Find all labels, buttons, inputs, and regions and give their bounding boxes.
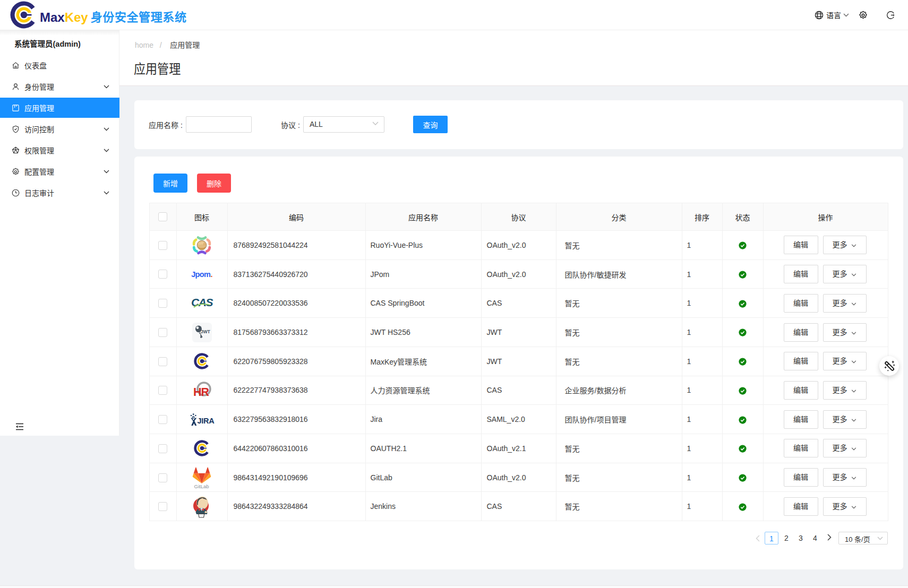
svg-text:HR: HR — [193, 385, 210, 398]
svg-text:JWT: JWT — [200, 329, 210, 334]
svg-text:JIRA: JIRA — [197, 416, 215, 425]
svg-text:GitLab: GitLab — [194, 483, 209, 489]
